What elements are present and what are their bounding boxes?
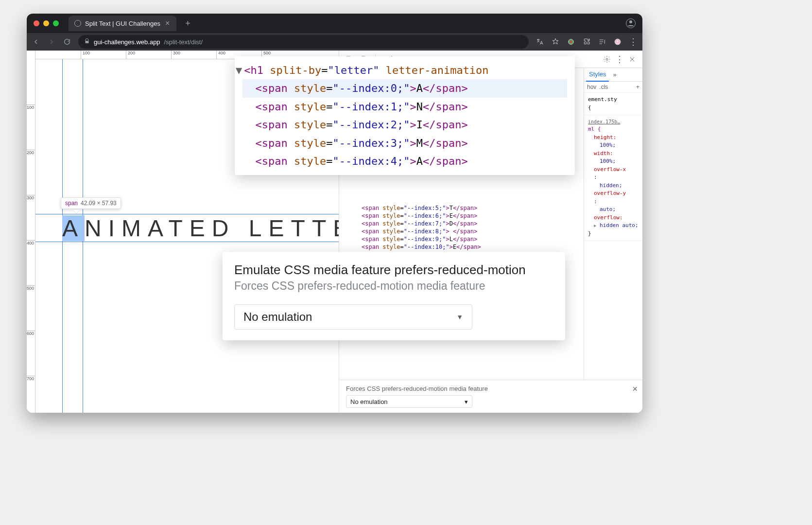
lock-icon [84, 38, 90, 46]
dom-line: <span style="--index:2;">I</span> [242, 116, 567, 134]
filter-hov[interactable]: hov [587, 84, 596, 90]
url-domain: gui-challenges.web.app [94, 38, 160, 46]
dom-line[interactable]: <span style="--index:8;"> </span> [339, 228, 584, 235]
page-headline: ANIMATED LETTERS [62, 215, 339, 242]
traffic-lights [34, 20, 59, 26]
styles-filters: hov .cls + [584, 82, 642, 93]
css-declaration[interactable]: width:100%; [588, 150, 639, 166]
headline-letter: N [85, 215, 108, 241]
window-titlebar: Split Text | GUI Challenges × + [27, 14, 642, 33]
tab-styles[interactable]: Styles [586, 68, 609, 82]
ruler-tick: 400 [216, 51, 225, 59]
translate-icon[interactable] [536, 37, 544, 46]
rule-element-style[interactable]: ement.sty { [584, 93, 642, 115]
dom-line[interactable]: <span style="--index:6;">E</span> [339, 212, 584, 220]
headline-letter: T [291, 215, 312, 241]
magnified-dom-overlay: ▼<h1 split-by="letter" letter-animation … [235, 56, 575, 175]
ruler-tick: 500 [27, 285, 35, 291]
avatar-icon[interactable] [613, 37, 622, 46]
ruler-tick: 200 [27, 150, 35, 155]
css-declaration[interactable]: overflow:▶ hidden auto; [588, 214, 639, 230]
emulate-subtitle: Forces CSS prefers-reduced-motion media … [234, 280, 553, 293]
close-window-button[interactable] [34, 20, 39, 26]
tab-title: Split Text | GUI Challenges [85, 20, 160, 27]
magnified-emulate-overlay: Emulate CSS media feature prefers-reduce… [223, 252, 565, 340]
reload-button[interactable] [63, 38, 71, 46]
ruler-tick: 100 [27, 105, 35, 110]
extensions-puzzle-icon[interactable] [582, 37, 591, 46]
guide-line-h [35, 242, 339, 242]
svg-point-0 [629, 20, 632, 23]
dom-line: <span style="--index:3;">M</span> [242, 134, 567, 152]
chevron-down-icon: ▾ [465, 398, 468, 405]
css-declaration[interactable]: overflow-x:hidden; [588, 166, 639, 190]
headline-letter: A [148, 215, 168, 241]
selector-text: ement.sty [588, 96, 617, 103]
ruler-tick: 700 [27, 376, 35, 381]
forward-button[interactable] [47, 38, 56, 46]
url-path: /split-text/dist/ [164, 38, 203, 46]
devtools-menu-button[interactable]: ⋮ [615, 54, 624, 65]
headline-letter: A [62, 215, 85, 241]
profile-button[interactable] [626, 18, 636, 28]
selector-text: ml { [588, 125, 639, 134]
svg-point-4 [617, 40, 619, 42]
browser-toolbar: gui-challenges.web.app/split-text/dist/ … [27, 33, 642, 51]
chevron-down-icon: ▼ [456, 313, 463, 321]
new-style-rule-button[interactable]: + [636, 84, 639, 90]
address-bar[interactable]: gui-challenges.web.app/split-text/dist/ [78, 35, 529, 49]
svg-rect-1 [86, 41, 89, 43]
dom-line: <span style="--index:4;">A</span> [242, 152, 567, 170]
maximize-window-button[interactable] [53, 20, 59, 26]
inspect-tooltip: span 42.09 × 57.93 [61, 197, 121, 209]
close-devtools-button[interactable] [626, 53, 639, 66]
tooltip-caret [73, 210, 79, 213]
select-value: No emulation [350, 398, 388, 405]
dom-line[interactable]: <span style="--index:9;">L</span> [339, 235, 584, 243]
ruler-vertical: 100200300400500600700800 [27, 51, 35, 413]
source-link[interactable]: index.175b… [588, 118, 639, 125]
close-tab-button[interactable]: × [164, 19, 171, 28]
headline-letter: I [108, 215, 121, 241]
headline-letter: D [212, 215, 236, 241]
tooltip-dimensions: 42.09 × 57.93 [81, 200, 117, 207]
styles-tabs: Styles » [584, 68, 642, 82]
dom-line[interactable]: <span style="--index:10;">E</span> [339, 243, 584, 251]
styles-more-button[interactable]: » [611, 71, 618, 78]
filter-cls[interactable]: .cls [599, 84, 608, 90]
browser-tab[interactable]: Split Text | GUI Challenges × [69, 16, 176, 31]
ruler-tick: 400 [27, 240, 35, 245]
rule-html[interactable]: index.175b… ml { height:100%;width:100%;… [584, 115, 642, 241]
headline-letter: M [121, 215, 148, 241]
ruler-tick: 300 [171, 51, 180, 59]
extension-color-icon[interactable] [567, 37, 575, 46]
toolbar-actions: ⋮ [536, 36, 638, 47]
reading-list-icon[interactable] [598, 37, 606, 46]
dom-line[interactable]: <span style="--index:5;">T</span> [339, 204, 584, 212]
ruler-tick: 100 [81, 51, 90, 59]
back-button[interactable] [32, 38, 40, 46]
ruler-tick: 300 [27, 195, 35, 200]
dom-line: <span style="--index:1;">N</span> [242, 98, 567, 116]
headline-letter: T [168, 215, 189, 241]
headline-letter: E [269, 215, 291, 241]
emulate-select[interactable]: No emulation ▼ [234, 304, 472, 330]
css-declaration[interactable]: height:100%; [588, 134, 639, 150]
ruler-tick: 200 [126, 51, 135, 59]
settings-gear-icon[interactable] [601, 53, 613, 66]
minimize-window-button[interactable] [43, 20, 49, 26]
tooltip-tag: span [65, 200, 78, 207]
drawer-description: Forces CSS prefers-reduced-motion media … [346, 385, 636, 392]
menu-button[interactable]: ⋮ [629, 36, 638, 47]
emulation-select[interactable]: No emulation ▾ [346, 395, 472, 408]
dom-line[interactable]: <span style="--index:7;">D</span> [339, 220, 584, 228]
new-tab-button[interactable]: + [185, 18, 190, 29]
styles-pane: Styles » hov .cls + ement.sty { index.17… [584, 68, 642, 380]
bookmark-star-icon[interactable] [551, 37, 560, 46]
headline-letter [235, 215, 248, 241]
headline-letter: L [249, 215, 269, 241]
close-drawer-button[interactable]: × [632, 384, 638, 394]
guide-line-h [35, 214, 339, 214]
ruler-tick: 600 [27, 331, 35, 336]
css-declaration[interactable]: overflow-y:auto; [588, 190, 639, 214]
